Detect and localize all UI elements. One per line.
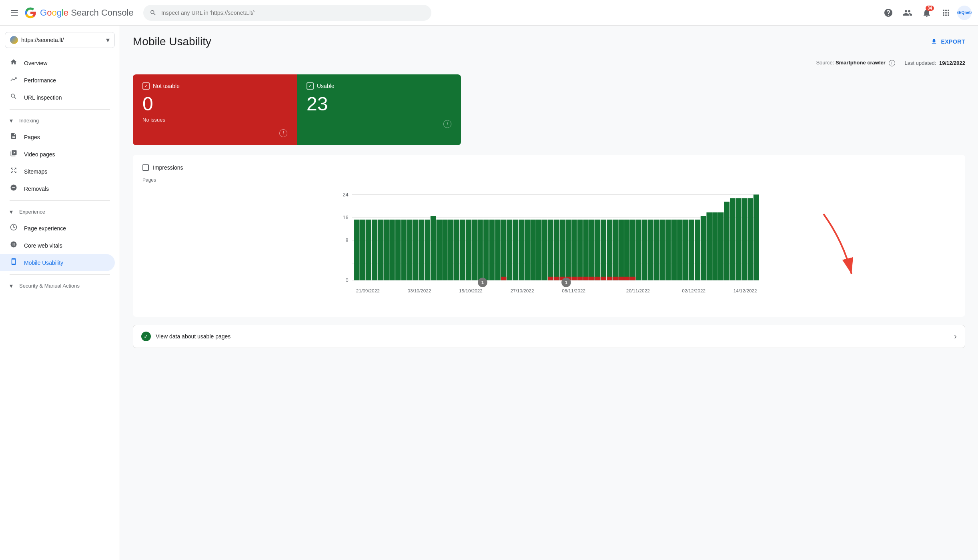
svg-rect-96 — [742, 198, 748, 280]
impressions-label: Impressions — [153, 164, 183, 171]
source-label: Source: Smartphone crawler i — [816, 60, 895, 66]
chart-wrap: 24 16 8 0 21/09/2022 03/10/2022 15/10/20… — [142, 186, 956, 307]
sidebar-video-pages-label: Video pages — [24, 151, 55, 158]
sidebar-core-web-vitals-label: Core web vitals — [24, 242, 62, 249]
svg-rect-93 — [724, 202, 729, 280]
export-icon — [930, 38, 938, 45]
sidebar-overview-label: Overview — [24, 60, 47, 66]
apps-button[interactable] — [938, 5, 954, 21]
svg-rect-74 — [624, 219, 630, 280]
svg-rect-85 — [677, 219, 683, 280]
svg-rect-68 — [607, 219, 612, 280]
sidebar-item-performance[interactable]: Performance — [0, 72, 115, 89]
error-card-label: Not usable — [153, 83, 180, 89]
export-button[interactable]: EXPORT — [930, 38, 965, 45]
user-avatar[interactable]: SEQneta — [957, 6, 972, 20]
google-logo: Google Search Console — [24, 6, 134, 19]
sidebar-page-experience-label: Page experience — [24, 225, 66, 232]
security-arrow-icon: ▾ — [10, 282, 13, 290]
svg-rect-1 — [11, 12, 18, 13]
svg-text:0: 0 — [345, 277, 348, 283]
svg-rect-63 — [589, 276, 595, 280]
svg-rect-69 — [607, 276, 612, 280]
bottom-card-chevron: › — [954, 332, 957, 341]
svg-rect-52 — [560, 219, 565, 280]
property-selector[interactable]: https://seoneta.lt/ ▾ — [5, 32, 115, 48]
menu-icon[interactable] — [6, 5, 22, 21]
success-card: ✓ Usable 23 i — [297, 74, 461, 145]
search-input[interactable] — [161, 10, 425, 16]
sidebar-item-video-pages[interactable]: Video pages — [0, 146, 115, 163]
help-button[interactable] — [880, 5, 896, 21]
svg-rect-23 — [407, 219, 413, 280]
svg-rect-33 — [466, 219, 471, 280]
success-card-info-icon[interactable]: i — [443, 120, 451, 128]
svg-rect-70 — [613, 219, 618, 280]
chart-container: Impressions Pages 24 16 8 0 — [133, 155, 965, 317]
pages-icon — [10, 132, 18, 142]
security-section-header[interactable]: ▾ Security & Manual Actions — [0, 278, 120, 294]
svg-text:1: 1 — [565, 280, 568, 285]
indexing-arrow-icon: ▾ — [10, 117, 13, 124]
bottom-check-icon: ✓ — [141, 332, 151, 341]
account-button[interactable] — [900, 5, 916, 21]
sidebar-item-sitemaps[interactable]: Sitemaps — [0, 163, 115, 180]
svg-rect-42 — [513, 219, 518, 280]
svg-rect-64 — [595, 219, 601, 280]
status-cards: ✓ Not usable 0 No issues i ✓ Usable 23 i — [133, 74, 461, 145]
sidebar-item-removals[interactable]: Removals — [0, 180, 115, 197]
svg-rect-82 — [659, 219, 665, 280]
svg-rect-78 — [636, 219, 641, 280]
svg-rect-88 — [695, 219, 700, 280]
impressions-checkbox[interactable] — [142, 164, 149, 171]
svg-text:21/09/2022: 21/09/2022 — [356, 288, 380, 293]
sidebar-item-core-web-vitals[interactable]: Core web vitals — [0, 237, 115, 254]
removals-icon — [10, 184, 18, 193]
impressions-row: Impressions — [142, 164, 956, 171]
svg-rect-58 — [577, 219, 583, 280]
success-count: 23 — [307, 94, 451, 114]
experience-section-header[interactable]: ▾ Experience — [0, 204, 120, 220]
notifications-button[interactable]: 34 — [919, 5, 935, 21]
svg-rect-76 — [630, 219, 636, 280]
sidebar-item-pages[interactable]: Pages — [0, 128, 115, 146]
svg-text:15/10/2022: 15/10/2022 — [459, 288, 483, 293]
sidebar-item-overview[interactable]: Overview — [0, 54, 115, 72]
svg-rect-18 — [378, 219, 383, 280]
bottom-card[interactable]: ✓ View data about usable pages › — [133, 325, 965, 348]
success-checkbox-icon: ✓ — [307, 82, 314, 90]
page-experience-icon — [10, 224, 18, 233]
sidebar-item-page-experience[interactable]: Page experience — [0, 220, 115, 237]
mobile-usability-icon — [10, 258, 18, 267]
svg-text:03/10/2022: 03/10/2022 — [407, 288, 431, 293]
error-card-info-icon[interactable]: i — [279, 129, 287, 137]
search-bar[interactable] — [143, 5, 431, 21]
svg-rect-2 — [11, 15, 18, 16]
error-card: ✓ Not usable 0 No issues i — [133, 74, 297, 145]
last-updated: Last updated: 19/12/2022 — [905, 60, 966, 66]
sidebar-item-mobile-usability[interactable]: Mobile Usability — [0, 254, 115, 271]
svg-text:8: 8 — [345, 237, 348, 243]
svg-rect-67 — [601, 276, 606, 280]
svg-rect-22 — [401, 219, 407, 280]
svg-rect-30 — [448, 219, 454, 280]
svg-rect-50 — [554, 219, 559, 280]
svg-text:20/11/2022: 20/11/2022 — [626, 288, 650, 293]
experience-label: Experience — [19, 209, 45, 215]
header-actions: 34 SEQneta — [880, 5, 972, 21]
svg-rect-87 — [689, 219, 694, 280]
svg-rect-73 — [618, 276, 624, 280]
url-inspection-icon — [10, 93, 18, 102]
svg-rect-47 — [542, 219, 548, 280]
sidebar-sitemaps-label: Sitemaps — [24, 168, 47, 175]
svg-rect-71 — [613, 276, 618, 280]
indexing-section-header[interactable]: ▾ Indexing — [0, 113, 120, 128]
svg-rect-40 — [501, 276, 507, 280]
svg-rect-49 — [548, 276, 553, 280]
svg-rect-51 — [554, 276, 559, 280]
header: Google Search Console 34 — [0, 0, 978, 26]
sidebar-item-url-inspection[interactable]: URL inspection — [0, 89, 115, 106]
product-name: Search Console — [71, 8, 134, 18]
performance-icon — [10, 76, 18, 85]
svg-rect-27 — [431, 216, 436, 280]
